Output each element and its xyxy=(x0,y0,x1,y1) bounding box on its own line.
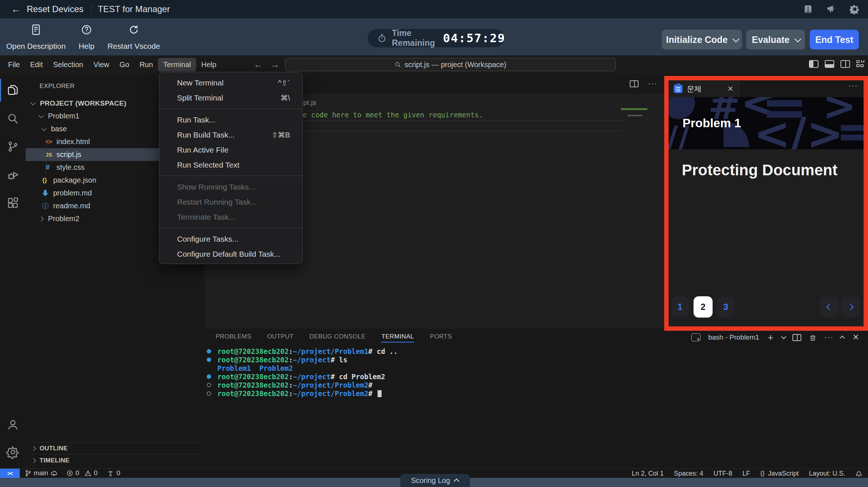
initialize-code-button[interactable]: Initialize Code xyxy=(662,30,742,50)
new-terminal-icon[interactable]: + xyxy=(768,334,773,341)
sidebar-section-outline[interactable]: OUTLINE xyxy=(26,442,205,454)
status-item-layout-u-s[interactable]: Layout: U.S. xyxy=(809,470,845,477)
toggle-sidebar-icon[interactable] xyxy=(809,60,819,68)
minimap-slider[interactable] xyxy=(628,115,642,116)
refresh-icon xyxy=(129,23,139,36)
panel-tab-problems[interactable]: PROBLEMS xyxy=(216,329,251,345)
command-center-search[interactable]: script.js — project (Workspace) xyxy=(285,58,616,71)
remote-indicator[interactable]: >< xyxy=(0,469,20,478)
panel-tab-ports[interactable]: PORTS xyxy=(430,329,452,345)
source-control-activity-icon[interactable] xyxy=(0,134,26,160)
explorer-activity-icon[interactable] xyxy=(0,77,26,103)
terminal-instance-label[interactable]: bash - Problem1 xyxy=(708,333,759,341)
maximize-panel-icon[interactable] xyxy=(839,336,845,341)
menu-file[interactable]: File xyxy=(3,58,25,72)
kill-terminal-icon[interactable] xyxy=(809,334,817,341)
page-button-3[interactable]: 3 xyxy=(717,297,735,317)
restart-vscode-button[interactable]: Restart Vscode xyxy=(107,23,161,51)
panel-tab-debug-console[interactable]: DEBUG CONSOLE xyxy=(309,329,366,345)
help-button[interactable]: Help xyxy=(73,23,100,51)
close-panel-icon[interactable]: ✕ xyxy=(853,333,859,342)
terminal-output-text: Problem1 Problem2 xyxy=(217,364,293,372)
status-item-lf[interactable]: LF xyxy=(743,470,750,477)
run-debug-activity-icon[interactable] xyxy=(0,162,26,188)
terminal-dropdown-icon[interactable] xyxy=(781,334,786,339)
problem-tab[interactable]: 문제 ✕ xyxy=(669,80,739,97)
menu-item-run-task[interactable]: Run Task... xyxy=(159,112,302,127)
menu-item-run-selected-text[interactable]: Run Selected Text xyxy=(159,157,302,172)
menu-item-split-terminal[interactable]: Split Terminal⌘\ xyxy=(159,90,302,105)
customize-layout-icon[interactable] xyxy=(856,60,865,68)
toggle-panel-icon[interactable] xyxy=(825,60,834,68)
manage-gear-icon[interactable] xyxy=(0,439,26,465)
terminal-path: ~/project/Problem1 xyxy=(293,347,368,355)
close-tab-icon[interactable]: ✕ xyxy=(727,84,733,93)
menu-item-new-terminal[interactable]: New Terminal^⇧` xyxy=(159,75,302,90)
status-item-spaces-4[interactable]: Spaces: 4 xyxy=(674,470,703,477)
menu-edit[interactable]: Edit xyxy=(25,58,48,72)
menu-run[interactable]: Run xyxy=(135,58,158,72)
split-terminal-icon[interactable] xyxy=(792,334,801,341)
problem-more-actions-icon[interactable]: ··· xyxy=(849,84,858,88)
ports-status-item[interactable]: 0 xyxy=(107,469,120,477)
menu-selection[interactable]: Selection xyxy=(48,58,88,72)
menu-go[interactable]: Go xyxy=(114,58,135,72)
terminal-line: root@720238ecb202:~/project# cd Problem2 xyxy=(205,373,644,381)
menu-help[interactable]: Help xyxy=(196,58,221,72)
back-arrow-icon[interactable]: ← xyxy=(11,4,21,15)
menu-item-configure-tasks[interactable]: Configure Tasks... xyxy=(159,231,302,246)
nav-forward-icon[interactable]: → xyxy=(271,59,279,70)
toggle-secondary-sidebar-icon[interactable] xyxy=(841,60,850,68)
git-branch-item[interactable]: main xyxy=(25,469,57,477)
document-icon xyxy=(31,23,41,36)
menu-item-terminate-task: Terminate Task... xyxy=(159,209,302,224)
page-button-1[interactable]: 1 xyxy=(671,297,689,317)
megaphone-icon[interactable] xyxy=(826,4,836,14)
search-activity-icon[interactable] xyxy=(0,106,26,131)
info-book-icon[interactable] xyxy=(803,4,813,14)
mdarrow-file-icon xyxy=(42,190,53,196)
panel-tab-output[interactable]: OUTPUT xyxy=(267,329,294,345)
editor-more-actions-icon[interactable]: ··· xyxy=(648,82,657,85)
terminal-path: ~/project/Problem2 xyxy=(293,389,368,398)
menu-item-run-build-task[interactable]: Run Build Task...⇧⌘B xyxy=(159,127,302,142)
terminal-line: root@720238ecb202:~/project/Problem2# xyxy=(205,381,644,389)
sidebar-section-timeline[interactable]: TIMELINE xyxy=(26,454,205,466)
evaluate-button[interactable]: Evaluate xyxy=(746,30,805,50)
notifications-bell-icon[interactable] xyxy=(856,470,862,477)
menu-terminal[interactable]: Terminal xyxy=(158,58,196,72)
split-editor-icon[interactable] xyxy=(630,80,639,87)
terminal-user: root@720238ecb202 xyxy=(217,356,288,364)
menu-item-configure-default-build-task[interactable]: Configure Default Build Task... xyxy=(159,246,302,261)
open-description-button[interactable]: Open Description xyxy=(7,23,65,51)
page-prev-button[interactable] xyxy=(820,297,839,317)
status-item-javascript[interactable]: {}JavaScript xyxy=(761,470,799,477)
panel-tab-terminal[interactable]: TERMINAL xyxy=(381,329,414,345)
terminal-user: root@720238ecb202 xyxy=(217,373,288,381)
settings-gear-icon[interactable] xyxy=(850,4,860,14)
menu-item-label: Terminate Task... xyxy=(177,213,290,221)
menu-separator xyxy=(159,228,302,228)
timer-label: Time Remaining xyxy=(392,28,435,48)
problem-title: Protecting Document xyxy=(682,161,838,179)
status-item-ln-2-col-1[interactable]: Ln 2, Col 1 xyxy=(632,470,663,477)
terminal-user: root@720238ecb202 xyxy=(217,381,288,389)
scoring-log-tab[interactable]: Scoring Log xyxy=(400,474,470,487)
page-next-button[interactable] xyxy=(841,297,860,317)
menu-item-label: Configure Default Build Task... xyxy=(177,250,290,259)
account-icon[interactable] xyxy=(0,412,26,437)
page-button-2[interactable]: 2 xyxy=(694,296,713,318)
nav-back-icon[interactable]: ← xyxy=(254,59,262,70)
problems-status-item[interactable]: 0 0 xyxy=(67,469,98,477)
warning-icon xyxy=(85,470,91,476)
problem-pagination: 123 xyxy=(669,296,864,318)
status-item-utf-8[interactable]: UTF-8 xyxy=(714,470,732,477)
panel-more-actions-icon[interactable]: ··· xyxy=(824,336,834,339)
reset-devices-link[interactable]: Reset Devices xyxy=(27,4,84,14)
extensions-activity-icon[interactable] xyxy=(0,190,26,216)
end-test-button[interactable]: End Test xyxy=(810,30,859,50)
menu-item-run-active-file[interactable]: Run Active File xyxy=(159,142,302,157)
sidebar-item-label: package.json xyxy=(53,176,96,184)
terminal-output[interactable]: root@720238ecb202:~/project/Problem1# cd… xyxy=(205,347,644,398)
menu-view[interactable]: View xyxy=(88,58,114,72)
